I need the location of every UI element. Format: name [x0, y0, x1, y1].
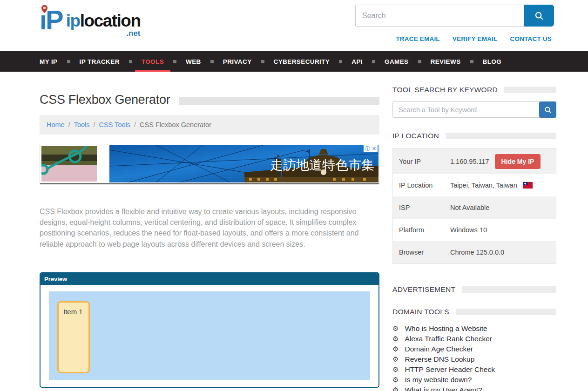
flexbox-preview-container: Item 1	[49, 291, 370, 380]
gear-icon: ⚙	[392, 336, 399, 343]
tool-search-heading: TOOL SEARCH BY KEYWORD	[392, 86, 556, 94]
domain-tool-website-down-link[interactable]: Is my website down?	[405, 376, 472, 384]
table-row-your-ip: Your IP 1.160.95.117 Hide My IP	[393, 148, 556, 174]
ad-right-image[interactable]: 走訪地道特色市集	[109, 145, 378, 182]
table-row-browser: Browser Chrome 125.0.0.0	[393, 241, 556, 263]
isp-value: Not Available	[450, 204, 489, 211]
logo-wordmark: iplocation .net	[66, 2, 141, 37]
heading-decor-bar	[446, 133, 556, 139]
table-row-isp: ISP Not Available	[393, 196, 556, 219]
header-search-input[interactable]	[355, 5, 524, 27]
gear-icon: ⚙	[392, 356, 399, 363]
row-label: Platform	[393, 219, 443, 241]
breadcrumb: Home / Tools / CSS Tools / CSS Flexbox G…	[40, 115, 379, 135]
tool-search	[392, 101, 556, 118]
domain-tool-http-header-link[interactable]: HTTP Server Header Check	[405, 365, 495, 374]
domain-tools-heading: DOMAIN TOOLS	[392, 308, 556, 316]
main-column: CSS Flexbox Generator Home / Tools / CSS…	[40, 72, 379, 391]
verify-email-link[interactable]: VERIFY EMAIL	[453, 35, 498, 42]
row-label: Browser	[393, 241, 443, 263]
domain-tool-reverse-dns-link[interactable]: Reverse DNS Lookup	[405, 355, 474, 364]
breadcrumb-current: CSS Flexbox Generator	[140, 121, 211, 128]
ip-location-value: Taipei, Taiwan, Taiwan	[450, 182, 517, 189]
adchoices: ⓘ ✕	[364, 145, 378, 152]
heading-decor-bar	[504, 87, 556, 93]
heading-decor-bar	[456, 309, 556, 315]
preview-panel: Preview Item 1	[40, 272, 379, 388]
page-title: CSS Flexbox Generator	[40, 93, 170, 107]
heading-decor-bar	[462, 286, 556, 293]
header-links: TRACE EMAIL VERIFY EMAIL CONTACT US	[396, 35, 552, 42]
table-row-ip-location: IP Location Taipei, Taiwan, Taiwan	[393, 174, 556, 196]
location-pin-icon	[41, 5, 48, 13]
header-search-button[interactable]	[524, 5, 554, 27]
nav-ip-tracker[interactable]: IP TRACKER	[73, 51, 126, 72]
list-item: ⚙ Domain Age Checker	[392, 344, 556, 354]
platform-value: Windows 10	[450, 226, 487, 234]
domain-tool-hosting-link[interactable]: Who is Hosting a Website	[405, 324, 487, 333]
page-content: CSS Flexbox Generator Home / Tools / CSS…	[40, 72, 556, 391]
tool-description: CSS Flexbox provides a flexible and intu…	[40, 206, 368, 249]
nav-games[interactable]: GAMES	[378, 51, 415, 72]
logo-monogram: ıP	[40, 2, 62, 38]
your-ip-value: 1.160.95.117	[450, 158, 489, 165]
browser-value: Chrome 125.0.0.0	[450, 249, 504, 256]
breadcrumb-css-tools[interactable]: CSS Tools	[99, 121, 130, 128]
breadcrumb-separator: /	[94, 121, 95, 128]
preview-body: Item 1	[41, 285, 378, 380]
nav-api[interactable]: API	[345, 51, 369, 72]
domain-tool-age-link[interactable]: Domain Age Checker	[405, 345, 473, 353]
site-header: ıP iplocation .net TRACE EMAIL VERIFY EM…	[0, 0, 588, 51]
domain-tool-alexa-link[interactable]: Alexa Traffic Rank Checker	[405, 335, 492, 343]
site-logo[interactable]: ıP iplocation .net	[40, 2, 141, 38]
row-label: IP Location	[393, 174, 443, 196]
ip-location-heading: IP LOCATION	[392, 132, 556, 140]
title-decor-bar	[179, 97, 379, 105]
nav-blog[interactable]: BLOG	[476, 51, 508, 72]
advertisement-heading: ADVERTISEMENT	[392, 285, 556, 294]
gear-icon: ⚙	[392, 325, 399, 332]
list-item: ⚙ Is my website down?	[392, 375, 556, 385]
preview-header: Preview	[41, 273, 378, 285]
main-nav: MY IP IP TRACKER TOOLS WEB PRIVACY CYBER…	[0, 51, 588, 72]
domain-tools-list: ⚙ Who is Hosting a Website ⚙ Alexa Traff…	[392, 324, 556, 391]
nav-separator	[339, 60, 342, 63]
breadcrumb-separator: /	[68, 121, 70, 128]
list-item: ⚙ Alexa Traffic Rank Checker	[392, 334, 556, 344]
nav-cybersecurity[interactable]: CYBERSECURITY	[267, 51, 337, 72]
nav-separator	[372, 60, 375, 63]
taiwan-flag-icon	[523, 182, 533, 189]
flexbox-preview-item[interactable]: Item 1	[57, 301, 90, 373]
ad-left-image[interactable]	[41, 146, 97, 182]
table-row-platform: Platform Windows 10	[393, 219, 556, 241]
domain-tool-user-agent-link[interactable]: What is my User Agent?	[405, 386, 482, 391]
list-item: ⚙ HTTP Server Header Check	[392, 364, 556, 375]
nav-separator	[261, 60, 264, 63]
list-item: ⚙ Who is Hosting a Website	[392, 324, 556, 334]
breadcrumb-home[interactable]: Home	[47, 121, 65, 128]
nav-reviews[interactable]: REVIEWS	[424, 51, 467, 72]
ad-info-icon[interactable]: ⓘ	[365, 145, 370, 152]
nav-separator	[67, 60, 70, 63]
nav-privacy[interactable]: PRIVACY	[216, 51, 258, 72]
nav-separator	[418, 60, 421, 63]
ad-banner[interactable]: 走訪地道特色市集 ⓘ ✕	[40, 144, 379, 184]
trace-email-link[interactable]: TRACE EMAIL	[396, 35, 439, 42]
gear-icon: ⚙	[392, 346, 399, 353]
row-label: ISP	[393, 196, 443, 219]
logo-tld: .net	[66, 30, 141, 37]
hide-my-ip-button[interactable]: Hide My IP	[495, 154, 541, 169]
search-icon	[534, 11, 544, 21]
nav-web[interactable]: WEB	[179, 51, 208, 72]
tool-search-input[interactable]	[392, 101, 556, 118]
nav-tools[interactable]: TOOLS	[135, 51, 170, 72]
gear-icon: ⚙	[392, 377, 399, 384]
nav-separator	[470, 60, 473, 63]
nav-separator	[173, 60, 176, 63]
nav-my-ip[interactable]: MY IP	[33, 51, 64, 72]
breadcrumb-tools[interactable]: Tools	[74, 121, 90, 128]
breadcrumb-separator: /	[134, 121, 136, 128]
ad-close-icon[interactable]: ✕	[372, 145, 376, 152]
contact-us-link[interactable]: CONTACT US	[510, 35, 552, 42]
tool-search-button[interactable]	[539, 101, 556, 118]
